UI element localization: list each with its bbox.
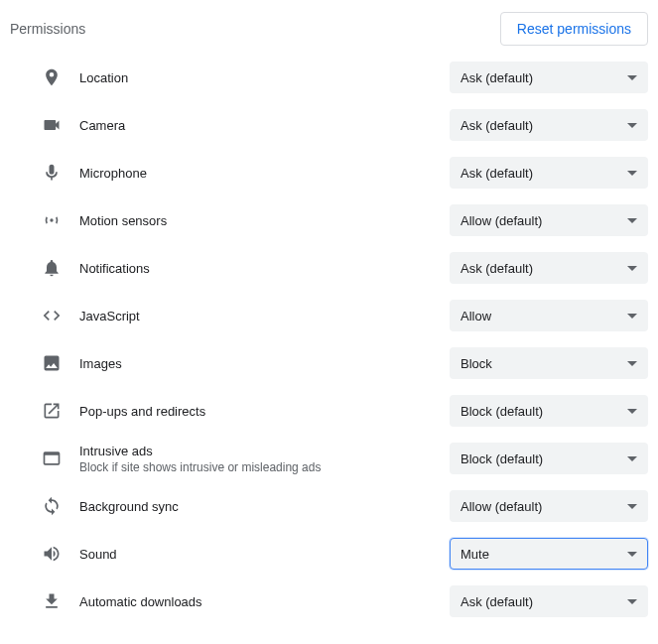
permission-select-value: Ask (default) bbox=[461, 118, 533, 133]
permission-select-value: Ask (default) bbox=[461, 594, 533, 609]
permission-labelcol: Automatic downloads bbox=[79, 594, 450, 609]
permission-label: Sound bbox=[79, 547, 450, 562]
downloads-icon bbox=[40, 589, 64, 613]
permission-label: Notifications bbox=[79, 261, 450, 276]
permission-label: Microphone bbox=[79, 166, 450, 181]
permission-label: JavaScript bbox=[79, 309, 450, 323]
permission-select-value: Allow bbox=[461, 309, 491, 323]
permission-labelcol: Intrusive adsBlock if site shows intrusi… bbox=[79, 444, 450, 474]
permission-row-images: ImagesBlock bbox=[38, 339, 650, 387]
permission-label: Automatic downloads bbox=[79, 594, 450, 609]
section-title: Permissions bbox=[10, 21, 85, 37]
permissions-header: Permissions Reset permissions bbox=[0, 0, 658, 54]
permission-select-value: Allow (default) bbox=[461, 499, 542, 514]
reset-permissions-button[interactable]: Reset permissions bbox=[500, 12, 648, 46]
permission-select-value: Block bbox=[461, 356, 492, 371]
permission-select-value: Allow (default) bbox=[461, 213, 542, 228]
sync-icon bbox=[40, 494, 64, 518]
permission-sublabel: Block if site shows intrusive or mislead… bbox=[79, 460, 450, 474]
permission-select-javascript[interactable]: Allow bbox=[450, 300, 648, 331]
permission-row-javascript: JavaScriptAllow bbox=[38, 292, 650, 339]
javascript-icon bbox=[40, 304, 64, 327]
notifications-icon bbox=[40, 256, 64, 280]
chevron-down-icon bbox=[627, 552, 637, 557]
chevron-down-icon bbox=[627, 314, 637, 319]
motion-sensors-icon bbox=[40, 208, 64, 232]
permission-label: Intrusive ads bbox=[79, 444, 450, 458]
permission-select-popups[interactable]: Block (default) bbox=[450, 395, 648, 427]
chevron-down-icon bbox=[627, 266, 637, 271]
images-icon bbox=[40, 351, 64, 375]
permission-select-images[interactable]: Block bbox=[450, 347, 648, 379]
permission-select-intrusive-ads[interactable]: Block (default) bbox=[450, 443, 648, 474]
permission-labelcol: Images bbox=[79, 356, 450, 371]
chevron-down-icon bbox=[627, 75, 637, 80]
chevron-down-icon bbox=[627, 123, 637, 128]
permission-labelcol: Background sync bbox=[79, 499, 450, 514]
chevron-down-icon bbox=[627, 504, 637, 509]
chevron-down-icon bbox=[627, 171, 637, 176]
permission-label: Pop-ups and redirects bbox=[79, 404, 450, 419]
permission-labelcol: JavaScript bbox=[79, 309, 450, 323]
permission-label: Location bbox=[79, 70, 450, 85]
chevron-down-icon bbox=[627, 218, 637, 223]
chevron-down-icon bbox=[627, 456, 637, 461]
permission-label: Background sync bbox=[79, 499, 450, 514]
permission-row-automatic-downloads: Automatic downloadsAsk (default) bbox=[38, 578, 650, 625]
sound-icon bbox=[40, 542, 64, 566]
permission-select-camera[interactable]: Ask (default) bbox=[450, 109, 648, 141]
permission-select-value: Block (default) bbox=[461, 451, 543, 466]
svg-point-0 bbox=[50, 218, 53, 221]
permission-labelcol: Motion sensors bbox=[79, 213, 450, 228]
permission-row-motion-sensors: Motion sensorsAllow (default) bbox=[38, 196, 650, 244]
permission-row-intrusive-ads: Intrusive adsBlock if site shows intrusi… bbox=[38, 435, 650, 482]
permission-row-notifications: NotificationsAsk (default) bbox=[38, 244, 650, 292]
permission-select-automatic-downloads[interactable]: Ask (default) bbox=[450, 585, 648, 617]
permission-row-microphone: MicrophoneAsk (default) bbox=[38, 149, 650, 196]
chevron-down-icon bbox=[627, 361, 637, 366]
permission-select-sound[interactable]: Mute bbox=[450, 538, 648, 570]
ads-icon bbox=[40, 447, 64, 470]
permission-select-value: Ask (default) bbox=[461, 70, 533, 85]
permission-row-popups: Pop-ups and redirectsBlock (default) bbox=[38, 387, 650, 435]
permission-row-location: LocationAsk (default) bbox=[38, 54, 650, 101]
chevron-down-icon bbox=[627, 409, 637, 414]
permission-select-motion-sensors[interactable]: Allow (default) bbox=[450, 204, 648, 236]
permission-select-notifications[interactable]: Ask (default) bbox=[450, 252, 648, 284]
permission-label: Images bbox=[79, 356, 450, 371]
permission-select-location[interactable]: Ask (default) bbox=[450, 62, 648, 93]
location-icon bbox=[40, 65, 64, 89]
permission-label: Motion sensors bbox=[79, 213, 450, 228]
permission-labelcol: Notifications bbox=[79, 261, 450, 276]
chevron-down-icon bbox=[627, 599, 637, 604]
microphone-icon bbox=[40, 161, 64, 185]
permission-select-value: Ask (default) bbox=[461, 261, 533, 276]
permission-select-microphone[interactable]: Ask (default) bbox=[450, 157, 648, 189]
popups-icon bbox=[40, 399, 64, 423]
camera-icon bbox=[40, 113, 64, 137]
permission-row-sound: SoundMute bbox=[38, 530, 650, 578]
permission-select-background-sync[interactable]: Allow (default) bbox=[450, 490, 648, 522]
permission-labelcol: Location bbox=[79, 70, 450, 85]
permission-labelcol: Sound bbox=[79, 547, 450, 562]
permission-labelcol: Pop-ups and redirects bbox=[79, 404, 450, 419]
permission-row-background-sync: Background syncAllow (default) bbox=[38, 482, 650, 530]
permission-select-value: Ask (default) bbox=[461, 166, 533, 181]
permission-labelcol: Microphone bbox=[79, 166, 450, 181]
permission-select-value: Mute bbox=[461, 547, 489, 562]
permission-label: Camera bbox=[79, 118, 450, 133]
permissions-list: LocationAsk (default)CameraAsk (default)… bbox=[0, 54, 658, 637]
permission-select-value: Block (default) bbox=[461, 404, 543, 419]
permission-labelcol: Camera bbox=[79, 118, 450, 133]
permission-row-camera: CameraAsk (default) bbox=[38, 101, 650, 149]
